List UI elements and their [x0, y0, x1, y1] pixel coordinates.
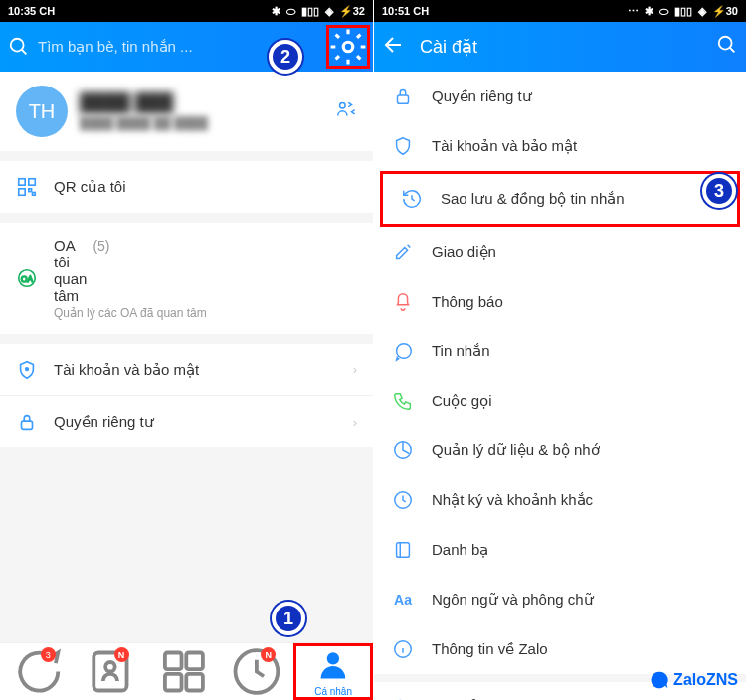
back-icon[interactable] — [382, 33, 406, 61]
row-about[interactable]: Thông tin về Zalo — [374, 624, 746, 674]
shield-icon — [392, 135, 414, 157]
svg-rect-24 — [397, 543, 410, 558]
row-oa-sub: Quản lý các OA đã quan tâm — [54, 306, 357, 320]
row-display[interactable]: Giao diện — [374, 227, 746, 276]
label: Thông báo — [432, 293, 728, 310]
bluetooth-icon: ✱ — [272, 5, 280, 18]
row-language[interactable]: Aa Ngôn ngữ và phông chữ — [374, 575, 746, 624]
vpn-icon: ⬭ — [286, 5, 295, 18]
tab-discover[interactable] — [147, 643, 221, 700]
oa-icon: OA — [16, 267, 38, 289]
brush-icon — [392, 241, 414, 262]
label: Tin nhắn — [432, 342, 728, 360]
profile-sub: ████ ████ ██ ████ — [80, 116, 208, 130]
messages-badge: 3 — [41, 647, 56, 662]
row-contacts[interactable]: Danh bạ — [374, 525, 746, 575]
tab-contacts[interactable]: N — [74, 643, 147, 700]
profile-section[interactable]: TH ████ ███ ████ ████ ██ ████ — [0, 72, 373, 151]
marker-1: 1 — [272, 602, 305, 635]
row-account[interactable]: Tài khoản và bảo mật › — [0, 344, 373, 396]
label: Ngôn ngữ và phông chữ — [432, 591, 728, 609]
settings-header: Cài đặt — [374, 22, 746, 72]
search-input[interactable]: Tìm bạn bè, tin nhắn ... — [38, 38, 365, 56]
label: Danh bạ — [432, 541, 728, 559]
watermark-text: ZaloZNS — [673, 671, 738, 689]
row-backup[interactable]: Sao lưu & đồng bộ tin nhắn — [380, 171, 740, 227]
svg-rect-7 — [33, 193, 36, 196]
chevron-right-icon: › — [353, 362, 357, 377]
svg-rect-14 — [164, 653, 181, 670]
clock-icon — [392, 489, 414, 511]
row-messages[interactable]: Tin nhắn — [374, 326, 746, 376]
row-qr[interactable]: QR của tôi — [0, 161, 373, 213]
tab-timeline[interactable]: N — [220, 643, 293, 700]
menu-list-3: Tài khoản và bảo mật › Quyền riêng tư › — [0, 344, 373, 447]
status-bar: 10:51 CH ⋯ ✱ ⬭ ▮▯▯ ◈ ⚡30 — [374, 0, 746, 22]
menu-list-2: OA OA tôi quan tâm (5) Quản lý các OA đã… — [0, 223, 373, 334]
settings-list: Quyền riêng tư Tài khoản và bảo mật Sao … — [374, 72, 746, 700]
label: Quản lý dữ liệu & bộ nhớ — [432, 441, 728, 459]
label: Giao diện — [432, 243, 728, 261]
battery-icon: ⚡32 — [339, 5, 365, 18]
signal-icon: ▮▯▯ — [301, 5, 319, 18]
row-oa-count: (5) — [93, 238, 109, 254]
switch-account-icon[interactable] — [335, 98, 357, 124]
svg-point-2 — [340, 103, 346, 109]
row-account[interactable]: Tài khoản và bảo mật — [374, 121, 746, 171]
svg-point-19 — [327, 652, 339, 664]
shield-icon — [16, 359, 38, 381]
row-timeline[interactable]: Nhật ký và khoảnh khắc — [374, 475, 746, 525]
row-notifications[interactable]: Thông báo — [374, 276, 746, 326]
profile-name: ████ ███ — [80, 92, 208, 113]
row-oa-label: OA tôi quan tâm — [54, 237, 87, 304]
qr-icon — [16, 176, 38, 198]
search-header: Tìm bạn bè, tin nhắn ... — [0, 22, 373, 72]
search-icon[interactable] — [716, 34, 738, 60]
row-privacy-label: Quyền riêng tư — [54, 413, 337, 431]
row-calls[interactable]: Cuộc gọi — [374, 376, 746, 426]
tab-bar: 3 N N Cá nhân — [0, 642, 373, 700]
row-oa[interactable]: OA OA tôi quan tâm (5) Quản lý các OA đã… — [0, 223, 373, 334]
marker-3: 3 — [702, 174, 736, 208]
search-icon[interactable] — [8, 36, 30, 58]
lock-icon — [392, 86, 414, 107]
status-time: 10:51 CH — [382, 5, 429, 17]
pie-icon — [392, 439, 414, 461]
bluetooth-icon: ✱ — [645, 5, 653, 18]
tab-profile-label: Cá nhân — [314, 686, 352, 697]
svg-rect-21 — [398, 95, 409, 103]
svg-point-10 — [26, 367, 29, 370]
row-data[interactable]: Quản lý dữ liệu & bộ nhớ — [374, 426, 746, 475]
history-icon — [401, 188, 423, 210]
header-title: Cài đặt — [420, 36, 477, 58]
status-bar: 10:35 CH ✱ ⬭ ▮▯▯ ◈ ⚡32 — [0, 0, 373, 22]
svg-point-13 — [105, 662, 115, 672]
status-icons: ✱ ⬭ ▮▯▯ ◈ ⚡32 — [272, 5, 365, 18]
svg-point-0 — [11, 39, 24, 52]
contacts-badge: N — [114, 647, 129, 662]
settings-icon[interactable] — [326, 25, 370, 69]
row-privacy[interactable]: Quyền riêng tư — [374, 72, 746, 121]
watermark: ZaloZNS — [650, 670, 738, 690]
bell-icon — [392, 290, 414, 312]
tab-profile[interactable]: Cá nhân — [293, 643, 373, 700]
label: Tài khoản và bảo mật — [432, 137, 728, 155]
info-icon — [392, 638, 414, 660]
svg-rect-4 — [29, 179, 35, 185]
row-account-label: Tài khoản và bảo mật — [54, 361, 337, 379]
menu-list-1: QR của tôi — [0, 161, 373, 213]
phone-icon — [392, 390, 414, 412]
battery-icon: ⚡30 — [712, 5, 738, 18]
row-privacy[interactable]: Quyền riêng tư › — [0, 396, 373, 447]
svg-rect-16 — [164, 674, 181, 691]
font-icon: Aa — [392, 589, 414, 611]
signal-icon: ▮▯▯ — [674, 5, 692, 18]
tab-messages[interactable]: 3 — [0, 643, 74, 700]
row-qr-label: QR của tôi — [54, 178, 357, 196]
lock-icon — [16, 411, 38, 433]
svg-rect-17 — [186, 674, 203, 691]
swap-icon — [392, 696, 414, 700]
marker-2: 2 — [269, 40, 302, 74]
svg-point-1 — [343, 42, 353, 52]
svg-rect-3 — [19, 179, 25, 185]
